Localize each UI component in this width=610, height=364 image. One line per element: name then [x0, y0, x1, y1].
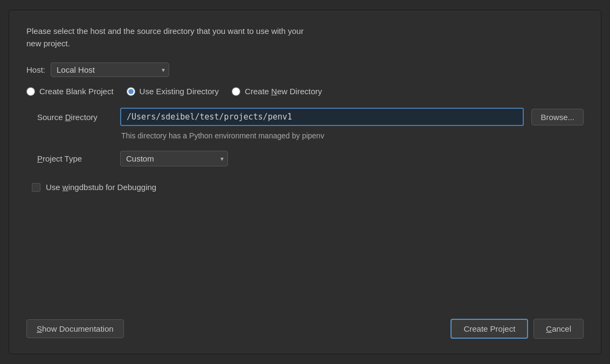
radio-create-new[interactable]: Create New Directory — [232, 87, 322, 96]
wingdbstub-label: Use wingdbstub for Debugging — [46, 183, 156, 192]
host-row: Host: Local Host — [26, 62, 584, 77]
radio-create-blank[interactable]: Create Blank Project — [26, 87, 114, 96]
radio-create-new-input[interactable] — [232, 87, 240, 96]
project-type-label: Project Type — [37, 154, 113, 163]
source-dir-row: Source Directory Browse... — [37, 108, 584, 126]
project-type-radio-row: Create Blank Project Use Existing Direct… — [26, 87, 584, 96]
browse-button[interactable]: Browse... — [531, 109, 584, 125]
show-docs-button[interactable]: Show Documentation — [26, 319, 124, 338]
wingdbstub-checkbox-item[interactable]: Use wingdbstub for Debugging — [32, 183, 156, 192]
description-text: Please select the host and the source di… — [26, 25, 584, 50]
create-project-button[interactable]: Create Project — [450, 319, 528, 339]
radio-use-existing[interactable]: Use Existing Directory — [127, 87, 219, 96]
project-type-select[interactable]: Custom Django Flask Pyramid — [120, 151, 228, 166]
radio-create-new-label: Create New Directory — [245, 87, 322, 96]
right-buttons: Create Project Cancel — [450, 319, 584, 339]
project-type-row: Project Type Custom Django Flask Pyramid — [37, 151, 584, 166]
host-label: Host: — [26, 65, 45, 74]
host-select[interactable]: Local Host — [51, 62, 169, 77]
pipenv-hint: This directory has a Python environment … — [121, 131, 584, 140]
radio-use-existing-label: Use Existing Directory — [140, 87, 219, 96]
wingdbstub-checkbox[interactable] — [32, 183, 40, 192]
project-type-select-wrapper: Custom Django Flask Pyramid — [120, 151, 228, 166]
radio-use-existing-input[interactable] — [127, 87, 135, 96]
source-dir-label: Source Directory — [37, 113, 113, 122]
bottom-row: Show Documentation Create Project Cancel — [26, 319, 584, 339]
dialog: Please select the host and the source di… — [9, 10, 601, 354]
source-dir-input[interactable] — [120, 108, 524, 126]
checkbox-row: Use wingdbstub for Debugging — [32, 183, 584, 192]
spacer — [26, 208, 584, 319]
radio-create-blank-label: Create Blank Project — [39, 87, 114, 96]
radio-create-blank-input[interactable] — [26, 87, 35, 96]
cancel-button[interactable]: Cancel — [533, 319, 584, 339]
host-select-wrapper: Local Host — [51, 62, 169, 77]
